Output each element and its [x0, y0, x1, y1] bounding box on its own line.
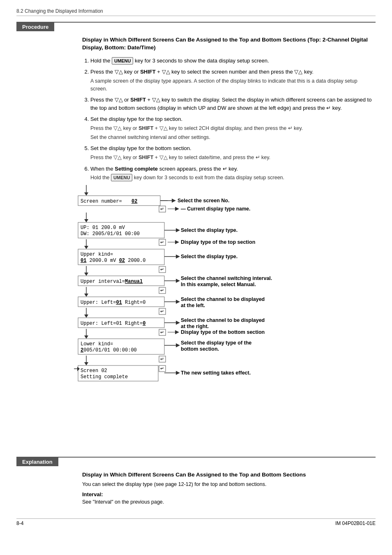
svg-text:Lower kind=: Lower kind=	[81, 341, 113, 347]
step-1: Hold the UMENU key for 3 seconds to show…	[90, 57, 376, 65]
step-4-note: Press the ▽△ key or SHIFT + ▽△ key to se…	[90, 125, 376, 132]
svg-text:↵: ↵	[160, 288, 164, 293]
svg-marker-29	[84, 246, 88, 249]
svg-text:Display type of the bottom sec: Display type of the bottom section	[181, 329, 265, 335]
steps-list: Hold the UMENU key for 3 seconds to show…	[82, 57, 376, 182]
svg-marker-13	[175, 207, 179, 211]
step-2-note: A sample screen of the display type appe…	[90, 77, 376, 93]
svg-text:Screen 02: Screen 02	[81, 368, 107, 374]
page-section-title: 8.2 Changing the Displayed Information	[16, 8, 376, 16]
svg-marker-63	[176, 321, 180, 325]
svg-marker-59	[84, 314, 88, 318]
menu-key2: UMENU	[111, 174, 132, 181]
svg-text:Select the display type of the: Select the display type of the	[181, 340, 251, 346]
svg-text:↵: ↵	[160, 366, 164, 371]
svg-text:at the left.: at the left.	[181, 303, 205, 308]
step-2: Press the ▽△ key or SHIFT + ▽△ key to se…	[90, 68, 376, 92]
svg-text:Select the channel switching i: Select the channel switching interval.	[181, 275, 272, 281]
interval-text: See "Interval" on the previous page.	[82, 498, 376, 506]
svg-text:Select the screen No.: Select the screen No.	[178, 198, 229, 204]
svg-marker-26	[175, 240, 179, 244]
svg-text:Display type of the top sectio: Display type of the top section	[181, 239, 255, 245]
procedure-title: Display in Which Different Screens Can B…	[82, 36, 376, 52]
step-6: When the Setting complete screen appears…	[90, 165, 376, 182]
step-4: Set the display type for the top section…	[90, 115, 376, 141]
step-6-note: Hold the UMENU key down for 3 seconds to…	[90, 174, 376, 182]
svg-marker-34	[176, 254, 180, 259]
svg-text:Upper: Left=01 Right=0: Upper: Left=01 Right=0	[81, 321, 145, 326]
svg-marker-1	[84, 192, 88, 196]
svg-text:↵: ↵	[160, 330, 164, 335]
svg-text:UP: 01 200.0 mV: UP: 01 200.0 mV	[81, 225, 125, 231]
svg-text:↵: ↵	[160, 356, 164, 361]
svg-text:Setting complete: Setting complete	[81, 374, 128, 380]
svg-text:Upper: Left=01 Right=0: Upper: Left=01 Right=0	[81, 300, 145, 305]
svg-text:bottom section.: bottom section.	[181, 346, 219, 352]
svg-text:↵: ↵	[160, 206, 164, 211]
page-number: 8-4	[16, 520, 23, 526]
svg-text:DW: 2005/01/01  00:00: DW: 2005/01/01 00:00	[81, 231, 140, 237]
svg-text:In this example, select Manual: In this example, select Manual.	[181, 282, 256, 287]
svg-marker-6	[172, 199, 176, 203]
diagram: Screen number= 02 Select the screen No. …	[74, 185, 376, 449]
step-5-note: Press the ▽△ key or SHIFT + ▽△ key to se…	[90, 154, 376, 162]
svg-text:— Current display type name.: — Current display type name.	[181, 206, 250, 212]
svg-marker-83	[84, 362, 88, 365]
svg-text:at the right.: at the right.	[181, 324, 209, 329]
svg-marker-90	[176, 371, 180, 375]
step-4-note2: Set the channel switching interval and o…	[90, 134, 376, 141]
svg-text:Upper interval=Manual: Upper interval=Manual	[81, 279, 143, 284]
procedure-label: Procedure	[16, 23, 54, 31]
explanation-title: Display in Which Different Screens Can B…	[82, 471, 376, 479]
svg-text:2005/01/01 00:00:00: 2005/01/01 00:00:00	[81, 347, 137, 353]
svg-marker-69	[175, 330, 179, 334]
svg-text:Select the channel to be displ: Select the channel to be displayed	[181, 296, 265, 302]
svg-text:02: 02	[131, 199, 137, 204]
explanation-section: Explanation Display in Which Different S…	[16, 457, 376, 506]
svg-text:Screen number=: Screen number=	[81, 199, 122, 204]
svg-marker-21	[176, 228, 180, 232]
footer: 8-4 IM 04P02B01-01E	[16, 518, 376, 526]
svg-marker-39	[84, 273, 88, 276]
svg-marker-16	[84, 219, 88, 222]
svg-text:Select the channel to be displ: Select the channel to be displayed	[181, 317, 265, 323]
doc-id: IM 04P02B01-01E	[335, 520, 376, 526]
step-5: Set the display type for the bottom sect…	[90, 144, 376, 161]
explanation-label: Explanation	[16, 458, 58, 466]
interval-title: Interval:	[82, 491, 376, 497]
explanation-text: You can select the display type (see pag…	[82, 481, 376, 488]
svg-text:Select the display type.: Select the display type.	[181, 254, 238, 259]
svg-text:↵: ↵	[160, 267, 164, 272]
svg-text:01
         2000.0 mV 
       : 01 2000.0 mV 02 2000.0	[81, 258, 145, 264]
svg-text:Upper kind=: Upper kind=	[81, 252, 113, 257]
svg-marker-72	[84, 335, 88, 339]
svg-marker-77	[176, 343, 180, 347]
svg-marker-43	[176, 279, 180, 283]
svg-text:Select the display type.: Select the display type.	[181, 227, 238, 233]
svg-text:↵: ↵	[160, 240, 164, 245]
svg-text:The new setting takes effect.: The new setting takes effect.	[181, 370, 251, 376]
svg-marker-49	[84, 294, 88, 297]
step-3: Press the ▽△ or SHIFT + ▽△ key to switch…	[90, 96, 376, 112]
menu-key: UMENU	[112, 57, 133, 65]
svg-text:↵: ↵	[160, 309, 164, 314]
svg-marker-53	[176, 300, 180, 304]
